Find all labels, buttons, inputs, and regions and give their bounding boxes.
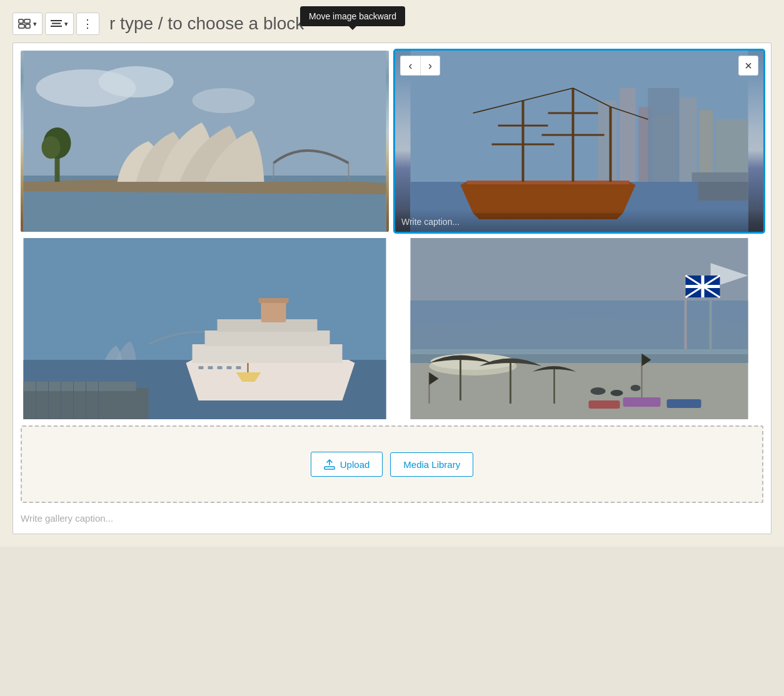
chevron-right-icon: [428, 59, 432, 72]
svg-point-76: [631, 385, 641, 391]
tooltip: Move image backward: [300, 6, 405, 26]
svg-rect-55: [259, 298, 289, 303]
svg-rect-23: [700, 110, 713, 182]
svg-rect-60: [236, 366, 241, 369]
svg-rect-1: [24, 19, 30, 23]
svg-rect-82: [324, 467, 334, 469]
gallery-item-4[interactable]: [395, 238, 763, 419]
svg-rect-77: [623, 397, 661, 407]
svg-rect-3: [26, 24, 30, 28]
svg-rect-54: [261, 301, 286, 322]
svg-rect-27: [692, 172, 748, 182]
editor-area: ▾ ▾ ⋮ r type / to choose a block Move im…: [0, 0, 784, 547]
upload-icon: [324, 459, 335, 470]
svg-point-74: [591, 387, 606, 395]
svg-rect-78: [667, 399, 701, 408]
sydney-opera-svg: [21, 51, 389, 232]
media-library-button[interactable]: Media Library: [390, 452, 473, 477]
svg-rect-0: [19, 19, 23, 23]
svg-point-75: [611, 390, 623, 396]
gallery-image-4: [395, 238, 763, 419]
block-type-button[interactable]: ▾: [13, 12, 43, 35]
svg-rect-4: [51, 20, 62, 21]
svg-rect-59: [227, 366, 232, 369]
move-backward-button[interactable]: [400, 56, 420, 76]
upload-area: Upload Media Library: [21, 425, 763, 503]
alignment-icon: [51, 19, 62, 28]
svg-rect-79: [589, 400, 620, 409]
svg-rect-56: [199, 366, 204, 369]
svg-rect-28: [698, 182, 748, 201]
svg-rect-5: [52, 23, 61, 24]
cruise-svg: [21, 238, 389, 419]
gallery-image-1: [21, 51, 389, 232]
svg-point-10: [193, 88, 255, 113]
alignment-button[interactable]: ▾: [45, 12, 74, 35]
editor-title: r type / to choose a block: [109, 14, 304, 34]
svg-rect-2: [19, 24, 24, 28]
svg-rect-63: [411, 301, 748, 350]
svg-rect-19: [620, 88, 636, 182]
gallery-block: Write caption...: [13, 42, 771, 534]
gallery-grid: Write caption...: [21, 51, 763, 419]
times-icon: [745, 59, 752, 73]
svg-rect-52: [205, 331, 330, 346]
svg-rect-6: [51, 26, 62, 27]
toolbar: ▾ ▾ ⋮ r type / to choose a block Move im…: [13, 12, 771, 35]
svg-rect-51: [193, 344, 343, 363]
beach-svg: [395, 238, 763, 419]
svg-rect-68: [411, 349, 748, 354]
alignment-chevron: ▾: [64, 20, 68, 28]
move-forward-button[interactable]: [420, 56, 440, 76]
gallery-image-2: [395, 51, 763, 232]
svg-rect-44: [24, 382, 136, 391]
gallery-icon: [18, 19, 31, 29]
svg-rect-57: [208, 366, 213, 369]
gallery-item-3[interactable]: [21, 238, 389, 419]
remove-image-button[interactable]: [738, 56, 758, 76]
block-type-chevron: ▾: [33, 20, 37, 28]
gallery-image-3: [21, 238, 389, 419]
ship-svg: [395, 51, 763, 232]
more-options-button[interactable]: ⋮: [76, 12, 99, 35]
upload-button[interactable]: Upload: [311, 452, 383, 477]
gallery-item-1[interactable]: [21, 51, 389, 232]
image-controls-2: [400, 56, 440, 76]
svg-rect-22: [680, 97, 697, 182]
gallery-caption[interactable]: Write gallery caption...: [21, 510, 763, 526]
svg-rect-25: [648, 88, 680, 182]
image-caption-2[interactable]: Write caption...: [395, 209, 763, 232]
gallery-item-2[interactable]: Write caption...: [395, 51, 763, 232]
chevron-left-icon: [409, 59, 413, 72]
svg-point-9: [99, 66, 174, 97]
svg-rect-29: [467, 181, 630, 184]
svg-rect-61: [248, 363, 249, 372]
svg-point-16: [42, 136, 61, 159]
svg-rect-58: [218, 366, 223, 369]
svg-rect-18: [598, 101, 617, 182]
